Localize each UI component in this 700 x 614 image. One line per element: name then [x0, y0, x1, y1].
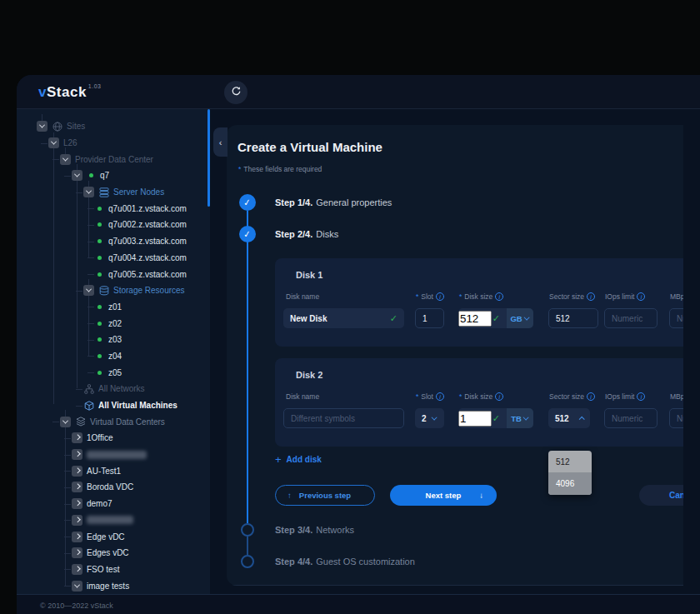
- tree-item-all-networks[interactable]: All Networks: [17, 381, 207, 397]
- expand-toggle[interactable]: [60, 417, 71, 427]
- tree-item-l26[interactable]: L26: [17, 135, 207, 152]
- disk-1-sector-input[interactable]: [549, 314, 598, 323]
- tree-item-fso-test[interactable]: FSO test: [17, 562, 207, 578]
- step-4-indicator[interactable]: [241, 555, 254, 568]
- expand-toggle[interactable]: [72, 515, 82, 526]
- tree-item-virtual-data-centers[interactable]: Virtual Data Centers: [17, 413, 207, 430]
- disk-2-sector-select[interactable]: 512: [548, 408, 590, 428]
- expand-toggle[interactable]: [72, 581, 82, 592]
- top-navbar: vStack1.03: [17, 75, 700, 109]
- disk-2-name-field: Disk name: [283, 392, 404, 428]
- expand-toggle[interactable]: [72, 547, 82, 558]
- disk-2-name-input[interactable]: [284, 414, 403, 423]
- vm-icon: [83, 400, 94, 411]
- tree-item-label: q7u002.z.vstack.com: [108, 220, 187, 229]
- stepper-line-done: [247, 211, 248, 523]
- tree-item-all-virtual-machines[interactable]: All Virtual Machines: [17, 397, 207, 414]
- tree-item-provider-data-center[interactable]: Provider Data Center: [17, 151, 207, 167]
- tree-item-label: 1Office: [87, 433, 113, 442]
- disk-1-mbps-input[interactable]: [670, 314, 683, 323]
- expand-toggle[interactable]: [37, 121, 48, 132]
- sidebar-scrollbar[interactable]: [208, 109, 210, 207]
- tree-item-1office[interactable]: 1Office: [17, 430, 207, 447]
- expand-toggle[interactable]: [48, 137, 59, 148]
- disk-2-size-unit-select[interactable]: TB: [507, 408, 533, 428]
- tree-item-sites[interactable]: Sites: [17, 118, 207, 135]
- step-1-label: Step 1/4.General properties: [275, 197, 392, 207]
- disk-1-name-input[interactable]: [283, 314, 404, 323]
- tree-item-redacted[interactable]: [17, 512, 207, 529]
- next-step-button[interactable]: Next step↓: [390, 485, 497, 506]
- tree-item-q7u001-z-vstack-com[interactable]: q7u001.z.vstack.com: [17, 200, 207, 217]
- info-icon[interactable]: i: [587, 292, 595, 301]
- disk-2-mbps-input[interactable]: [670, 414, 683, 423]
- disk-1-size-input[interactable]: [458, 311, 492, 327]
- tree-item-q7[interactable]: q7: [17, 167, 207, 184]
- disk-2-mbps-field: MBps limiti: [669, 392, 683, 428]
- sector-option-4096[interactable]: 4096: [548, 472, 592, 495]
- disk-1-iops-input[interactable]: [605, 314, 657, 323]
- tree-item-label: Server Nodes: [113, 187, 164, 197]
- sidebar-collapse-button[interactable]: [213, 127, 228, 157]
- sector-option-512[interactable]: 512: [548, 451, 592, 472]
- tree-item-edges-vdc[interactable]: Edges vDC: [17, 545, 207, 562]
- tree-item-z02[interactable]: z02: [17, 315, 207, 332]
- expand-toggle[interactable]: [83, 285, 94, 296]
- arrow-down-icon: ↓: [479, 491, 483, 500]
- info-icon[interactable]: i: [436, 392, 444, 401]
- tree-item-z03[interactable]: z03: [17, 332, 207, 348]
- disk-2-size-input[interactable]: [458, 411, 492, 427]
- tree-item-z01[interactable]: z01: [17, 299, 207, 316]
- info-icon[interactable]: i: [436, 292, 444, 301]
- info-icon[interactable]: i: [637, 392, 645, 401]
- tree-item-boroda-vdc[interactable]: Boroda VDC: [17, 479, 207, 496]
- step-3-indicator[interactable]: [241, 523, 254, 537]
- expand-toggle[interactable]: [72, 482, 82, 492]
- tree-item-demo7[interactable]: demo7: [17, 496, 207, 512]
- expand-toggle[interactable]: [72, 432, 82, 443]
- tree-item-image-tests[interactable]: image tests: [17, 577, 207, 594]
- expand-toggle[interactable]: [72, 532, 82, 542]
- expand-toggle[interactable]: [72, 466, 82, 477]
- disk-2-slot-field: *Sloti 2: [415, 392, 446, 428]
- expand-toggle[interactable]: [72, 170, 82, 181]
- add-disk-button[interactable]: Add disk: [275, 453, 322, 466]
- expand-toggle[interactable]: [72, 498, 82, 509]
- previous-step-button[interactable]: ↑Previous step: [275, 485, 375, 506]
- expand-toggle[interactable]: [83, 187, 94, 197]
- tree-item-label: z02: [108, 319, 122, 328]
- tree-item-q7u005-z-vstack-com[interactable]: q7u005.z.vstack.com: [17, 266, 207, 282]
- disk-2-slot-select[interactable]: 2: [415, 408, 444, 428]
- tree-item-edge-vdc[interactable]: Edge vDC: [17, 528, 207, 545]
- tree-item-z05[interactable]: z05: [17, 364, 207, 381]
- expand-toggle[interactable]: [60, 154, 71, 165]
- info-icon[interactable]: i: [495, 392, 503, 401]
- tree-item-server-nodes[interactable]: Server Nodes: [17, 184, 207, 201]
- status-dot-icon: [98, 354, 102, 358]
- expand-toggle[interactable]: [72, 449, 82, 460]
- layers-icon: [75, 417, 86, 427]
- tree-item-q7u004-z-vstack-com[interactable]: q7u004.z.vstack.com: [17, 250, 207, 267]
- disk-2-iops-input[interactable]: [605, 414, 657, 423]
- info-icon[interactable]: i: [495, 292, 503, 301]
- tree-item-storage-resources[interactable]: Storage Resources: [17, 282, 207, 299]
- tree-item-z04[interactable]: z04: [17, 348, 207, 365]
- expand-toggle[interactable]: [72, 564, 82, 575]
- step-1-indicator[interactable]: ✓: [239, 194, 256, 211]
- info-icon[interactable]: i: [587, 392, 595, 401]
- tree-item-label: Edge vDC: [87, 532, 125, 542]
- disk-1-size-unit-select[interactable]: GB: [507, 308, 533, 328]
- required-fields-note: *These fields are required: [238, 165, 322, 173]
- cancel-button[interactable]: Cancel: [669, 485, 683, 506]
- refresh-button[interactable]: [224, 81, 248, 104]
- step-4-label: Step 4/4.Guest OS customization: [275, 557, 415, 567]
- info-icon[interactable]: i: [637, 292, 645, 301]
- disk-1-slot-input[interactable]: [416, 314, 443, 323]
- tree-item-au-test1[interactable]: AU-Test1: [17, 462, 207, 479]
- tree-item-q7u002-z-vstack-com[interactable]: q7u002.z.vstack.com: [17, 217, 207, 233]
- tree-item-redacted[interactable]: [17, 447, 207, 463]
- redacted-label: [87, 516, 133, 524]
- tree-item-q7u003-z-vstack-com[interactable]: q7u003.z.vstack.com: [17, 233, 207, 250]
- disk-2-card: Disk 2 Disk name *Sloti 2 *Disk sizei: [275, 358, 683, 447]
- step-2-indicator[interactable]: ✓: [239, 226, 256, 242]
